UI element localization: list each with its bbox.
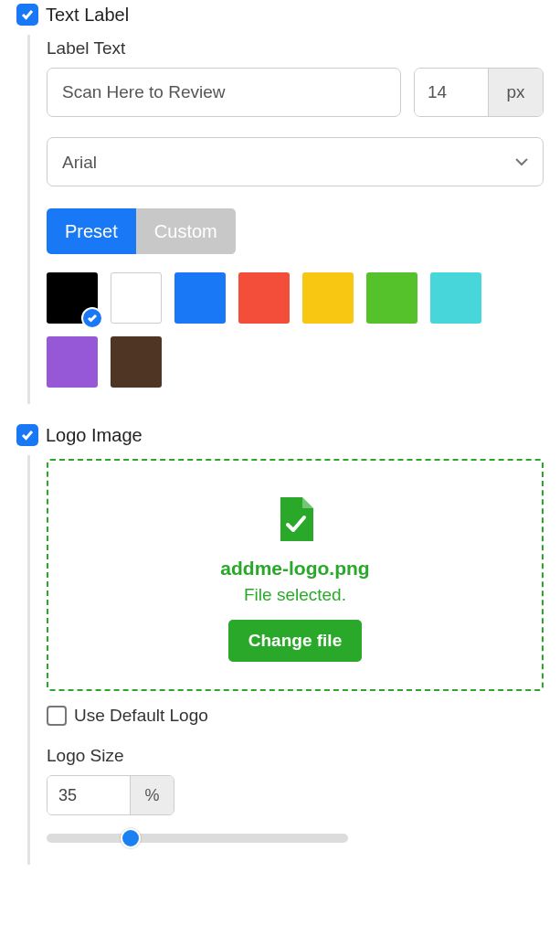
label-text-input[interactable] <box>47 68 401 117</box>
color-swatch[interactable] <box>238 272 290 324</box>
color-swatch[interactable] <box>430 272 481 324</box>
font-family-select[interactable]: Arial <box>47 137 544 186</box>
logo-image-title: Logo Image <box>46 425 143 446</box>
use-default-logo-label: Use Default Logo <box>74 706 208 726</box>
tab-custom[interactable]: Custom <box>136 208 236 254</box>
logo-image-section: Logo Image addme-logo.png File selected.… <box>0 420 560 865</box>
color-swatch[interactable] <box>366 272 417 324</box>
use-default-logo-checkbox[interactable] <box>47 706 67 726</box>
check-icon <box>21 9 34 20</box>
text-label-header: Text Label <box>16 4 544 26</box>
color-swatches <box>47 272 544 388</box>
file-status: File selected. <box>67 585 523 605</box>
logo-size-slider[interactable] <box>47 828 348 848</box>
logo-size-label: Logo Size <box>47 746 544 766</box>
slider-track <box>47 834 348 843</box>
swatch-selected-icon <box>81 307 103 329</box>
text-label-title: Text Label <box>46 5 129 26</box>
change-file-button[interactable]: Change file <box>228 620 362 662</box>
check-icon <box>21 430 34 441</box>
logo-image-body: addme-logo.png File selected. Change fil… <box>27 455 544 865</box>
text-label-section: Text Label Label Text px Arial Preset Cu… <box>0 0 560 404</box>
font-family-wrap: Arial <box>47 137 544 186</box>
logo-size-input[interactable] <box>48 776 130 814</box>
logo-image-checkbox[interactable] <box>16 424 38 446</box>
text-label-body: Label Text px Arial Preset Custom <box>27 35 544 404</box>
use-default-logo-row: Use Default Logo <box>47 706 544 726</box>
color-mode-tabs: Preset Custom <box>47 208 544 254</box>
color-swatch[interactable] <box>174 272 226 324</box>
logo-image-header: Logo Image <box>16 424 544 446</box>
font-size-unit: px <box>488 69 543 116</box>
font-size-group: px <box>414 68 544 117</box>
tab-preset[interactable]: Preset <box>47 208 136 254</box>
color-swatch[interactable] <box>111 272 162 324</box>
file-check-icon <box>67 497 523 545</box>
color-swatch[interactable] <box>111 336 162 388</box>
color-swatch[interactable] <box>302 272 354 324</box>
label-text-label: Label Text <box>47 38 544 58</box>
logo-size-group: % <box>47 775 174 815</box>
color-swatch[interactable] <box>47 272 98 324</box>
color-swatch[interactable] <box>47 336 98 388</box>
file-name: addme-logo.png <box>67 558 523 580</box>
file-dropzone[interactable]: addme-logo.png File selected. Change fil… <box>47 459 544 691</box>
slider-thumb[interactable] <box>121 828 141 848</box>
text-label-checkbox[interactable] <box>16 4 38 26</box>
logo-size-unit: % <box>130 776 174 814</box>
font-size-input[interactable] <box>415 69 488 116</box>
